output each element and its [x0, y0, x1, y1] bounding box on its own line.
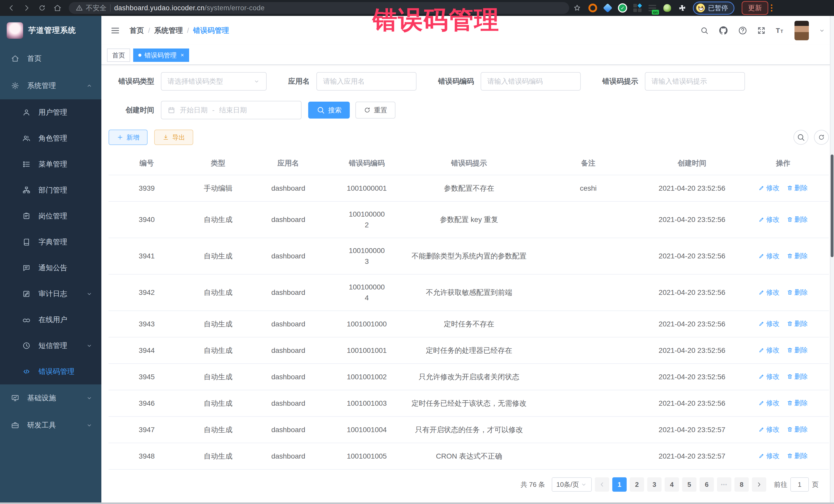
browser-back-icon[interactable] [5, 2, 18, 14]
sidebar-item-在线用户[interactable]: 在线用户 [0, 307, 101, 333]
reset-button[interactable]: 重置 [355, 102, 395, 118]
chevron-down-icon[interactable] [819, 27, 825, 34]
browser-home-icon[interactable] [51, 2, 64, 14]
browser-forward-icon[interactable] [20, 2, 34, 14]
prev-page-button[interactable] [595, 477, 609, 492]
next-page-button[interactable] [752, 477, 766, 492]
edit-link[interactable]: 修改 [759, 397, 780, 408]
fullscreen-icon[interactable] [757, 26, 766, 35]
delete-link[interactable]: 删除 [787, 397, 808, 408]
sidebar-item-菜单管理[interactable]: 菜单管理 [0, 151, 101, 177]
green-spy-extension-icon[interactable] [663, 3, 672, 13]
sidebar-item-审计日志[interactable]: 审计日志 [0, 281, 101, 307]
puzzle-extension-icon[interactable] [678, 3, 687, 13]
font-size-icon[interactable]: TT [775, 26, 785, 35]
cell-app: dashboard [251, 175, 325, 201]
sidebar-item-首页[interactable]: 首页 [0, 45, 101, 72]
avatar[interactable] [794, 21, 809, 40]
page-button-8[interactable]: 8 [734, 477, 749, 492]
browser-menu-icon[interactable] [771, 4, 772, 12]
tab-error-code[interactable]: 错误码管理 × [133, 48, 189, 62]
refresh-table-button[interactable] [814, 130, 829, 145]
breadcrumb-current[interactable]: 错误码管理 [193, 26, 229, 36]
page-button-1[interactable]: 1 [612, 477, 627, 492]
error-type-select[interactable]: 请选择错误码类型 [161, 72, 267, 91]
cell-id: 3944 [109, 337, 185, 364]
search-icon[interactable] [700, 26, 709, 35]
sidebar-item-通知公告[interactable]: 通知公告 [0, 255, 101, 281]
error-hint-input[interactable]: 请输入错误码提示 [645, 72, 745, 91]
app-name-input[interactable]: 请输入应用名 [316, 72, 416, 91]
goto-page-input[interactable]: 1 [790, 477, 809, 492]
delete-link[interactable]: 删除 [787, 182, 808, 193]
edit-link[interactable]: 修改 [759, 318, 780, 329]
hamburger-icon[interactable] [110, 25, 120, 36]
sidebar-item-短信管理[interactable]: 短信管理 [0, 333, 101, 358]
cell-actions: 修改删除 [737, 443, 829, 469]
delete-link[interactable]: 删除 [787, 424, 808, 435]
add-button[interactable]: 新增 [109, 130, 148, 145]
edit-link[interactable]: 修改 [759, 287, 780, 298]
edit-link[interactable]: 修改 [759, 451, 780, 461]
edit-link[interactable]: 修改 [759, 424, 780, 435]
blue-gem-extension-icon[interactable] [603, 3, 612, 13]
search-button[interactable]: 搜索 [308, 102, 350, 118]
app-logo-row[interactable]: 芋道管理系统 [0, 16, 101, 45]
edit-link[interactable]: 修改 [759, 371, 780, 382]
delete-link[interactable]: 删除 [787, 250, 808, 261]
sidebar-item-label: 角色管理 [39, 133, 94, 143]
github-icon[interactable] [719, 26, 728, 36]
edit-link[interactable]: 修改 [759, 214, 780, 225]
delete-link[interactable]: 删除 [787, 214, 808, 225]
tab-home[interactable]: 首页 [107, 48, 130, 62]
browser-refresh-icon[interactable] [36, 2, 49, 14]
more-pages-button[interactable]: ••• [717, 477, 731, 492]
page-scrollbar[interactable] [830, 16, 834, 502]
page-button-6[interactable]: 6 [700, 477, 714, 492]
blue-grid-extension-icon[interactable] [633, 3, 642, 13]
breadcrumb-home[interactable]: 首页 [130, 26, 144, 36]
delete-link[interactable]: 删除 [787, 451, 808, 461]
cell-actions: 修改删除 [737, 364, 829, 390]
page-button-4[interactable]: 4 [665, 477, 679, 492]
export-button[interactable]: 导出 [154, 130, 193, 145]
cell-time: 2021-04-20 23:52:57 [647, 416, 738, 443]
profile-paused-badge[interactable]: 已暂停 [693, 2, 734, 15]
cell-id: 3939 [109, 175, 185, 201]
error-code-input[interactable]: 请输入错误码编码 [481, 72, 581, 91]
refresh-icon [818, 134, 825, 141]
edit-link[interactable]: 修改 [759, 345, 780, 355]
toggle-search-button[interactable] [793, 130, 808, 145]
scrollbar-thumb[interactable] [831, 154, 833, 257]
page-button-5[interactable]: 5 [682, 477, 697, 492]
sidebar-item-基础设施[interactable]: 基础设施 [0, 385, 101, 412]
breadcrumb-system[interactable]: 系统管理 [154, 26, 183, 36]
edit-link[interactable]: 修改 [759, 250, 780, 261]
sidebar-item-用户管理[interactable]: 用户管理 [0, 99, 101, 125]
orange-ring-extension-icon[interactable] [588, 3, 597, 13]
page-button-2[interactable]: 2 [630, 477, 644, 492]
delete-link[interactable]: 删除 [787, 371, 808, 382]
browser-update-button[interactable]: 更新 [742, 1, 772, 15]
help-icon[interactable] [738, 26, 747, 35]
sidebar-item-错误码管理[interactable]: 错误码管理 [0, 358, 101, 385]
edit-link[interactable]: 修改 [759, 182, 780, 193]
delete-link[interactable]: 删除 [787, 345, 808, 355]
green-check-extension-icon[interactable]: ✓ [618, 3, 627, 13]
sidebar-item-研发工具[interactable]: 研发工具 [0, 412, 101, 439]
delete-link[interactable]: 删除 [787, 318, 808, 329]
sidebar-item-部门管理[interactable]: 部门管理 [0, 177, 101, 203]
date-range-picker[interactable]: 开始日期 - 结束日期 [161, 101, 302, 119]
close-icon[interactable]: × [181, 52, 184, 59]
code-icon [22, 368, 31, 376]
page-size-select[interactable]: 10条/页 [552, 477, 592, 492]
pagination: 共 76 条 10条/页 123456•••8 前往 1 页 [109, 477, 819, 492]
sidebar-item-岗位管理[interactable]: 岗位管理 [0, 203, 101, 229]
page-button-3[interactable]: 3 [647, 477, 662, 492]
bookmark-star-icon[interactable] [573, 4, 581, 12]
sidebar-item-系统管理[interactable]: 系统管理 [0, 72, 101, 99]
delete-link[interactable]: 删除 [787, 287, 808, 298]
list-on-extension-icon[interactable]: on [648, 3, 657, 13]
sidebar-item-字典管理[interactable]: 字典管理 [0, 229, 101, 255]
sidebar-item-角色管理[interactable]: 角色管理 [0, 125, 101, 151]
